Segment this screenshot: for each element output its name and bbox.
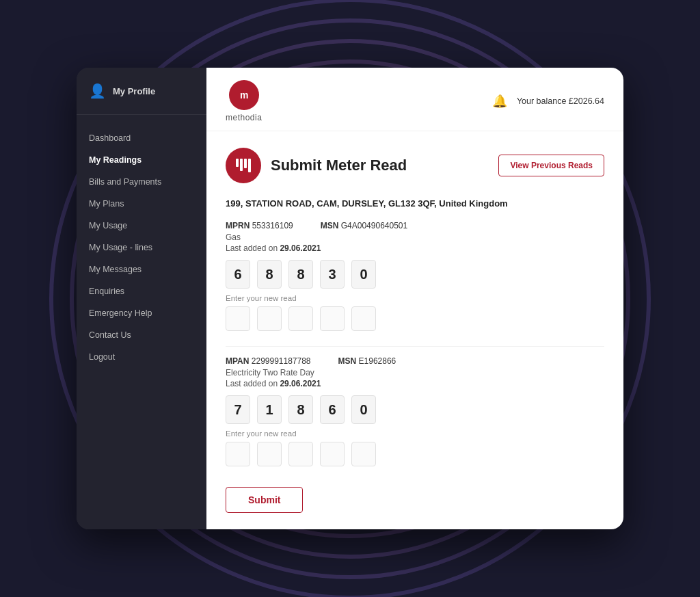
meter-last-added-gas: Last added on 29.06.2021 [226, 243, 604, 253]
meter-divider [226, 346, 604, 347]
input-gas-0[interactable] [226, 306, 250, 331]
main-header: m methodia 🔔 Your balance £2026.64 [206, 68, 623, 131]
bell-icon[interactable]: 🔔 [492, 94, 507, 109]
view-previous-reads-button[interactable]: View Previous Reads [498, 155, 604, 176]
digit-elec-3: 6 [320, 395, 345, 424]
msn-field-electricity: MSN E1962866 [338, 356, 396, 366]
page-title-left: Submit Meter Read [226, 148, 407, 183]
meter-type-electricity: Electricity Two Rate Day [226, 368, 604, 377]
sidebar-item-bills[interactable]: Bills and Payments [77, 171, 206, 193]
main-content: m methodia 🔔 Your balance £2026.64 [206, 68, 623, 529]
sidebar-profile-label: My Profile [113, 86, 155, 96]
input-elec-4[interactable] [351, 442, 376, 466]
sidebar-item-my-plans[interactable]: My Plans [77, 193, 206, 215]
input-elec-1[interactable] [257, 442, 282, 466]
reading-display-electricity: 7 1 8 6 0 [226, 395, 604, 424]
sidebar-profile[interactable]: 👤 My Profile [77, 68, 206, 115]
sidebar-item-my-messages[interactable]: My Messages [77, 258, 206, 280]
input-elec-0[interactable] [226, 442, 250, 466]
logo-text: methodia [226, 113, 262, 122]
sidebar-item-emergency-help[interactable]: Emergency Help [77, 302, 206, 324]
input-gas-2[interactable] [288, 306, 313, 331]
digit-elec-4: 0 [351, 395, 376, 424]
digit-elec-0: 7 [226, 395, 250, 424]
sidebar-item-dashboard[interactable]: Dashboard [77, 127, 206, 149]
sidebar-item-logout[interactable]: Logout [77, 346, 206, 368]
digit-gas-0: 6 [226, 260, 250, 289]
meter-block-electricity: MPAN 2299991187788 MSN E1962866 Electric… [226, 356, 604, 466]
sidebar-nav: Dashboard My Readings Bills and Payments… [77, 115, 206, 368]
sidebar-item-my-readings[interactable]: My Readings [77, 149, 206, 171]
logo-icon: m [229, 80, 259, 110]
mpan-field: MPAN 2299991187788 [226, 356, 311, 366]
address-text: 199, STATION ROAD, CAM, DURSLEY, GL132 3… [226, 198, 604, 209]
sidebar: 👤 My Profile Dashboard My Readings Bills… [77, 68, 206, 529]
input-gas-3[interactable] [320, 306, 345, 331]
sidebar-item-contact-us[interactable]: Contact Us [77, 324, 206, 346]
submit-button[interactable]: Submit [226, 487, 303, 513]
digit-elec-1: 1 [257, 395, 282, 424]
input-elec-2[interactable] [288, 442, 313, 466]
sidebar-item-enquiries[interactable]: Enquiries [77, 280, 206, 302]
page-body: Submit Meter Read View Previous Reads 19… [206, 131, 623, 529]
meter-icon [226, 148, 261, 183]
input-gas-4[interactable] [351, 306, 376, 331]
meter-type-gas: Gas [226, 233, 604, 242]
digit-gas-2: 8 [288, 260, 313, 289]
mprn-field: MPRN 553316109 [226, 221, 293, 230]
sidebar-item-my-usage[interactable]: My Usage [77, 215, 206, 237]
meter-last-added-electricity: Last added on 29.06.2021 [226, 379, 604, 388]
reading-input-row-electricity [226, 442, 604, 466]
device-frame: 👤 My Profile Dashboard My Readings Bills… [77, 68, 623, 529]
meter-info-row-gas: MPRN 553316109 MSN G4A00490640501 [226, 221, 604, 230]
header-right: 🔔 Your balance £2026.64 [492, 94, 604, 109]
balance-text: Your balance £2026.64 [517, 96, 604, 106]
profile-icon: 👤 [89, 83, 106, 99]
input-elec-3[interactable] [320, 442, 345, 466]
input-gas-1[interactable] [257, 306, 282, 331]
enter-read-label-electricity: Enter your new read [226, 429, 604, 438]
logo: m methodia [226, 80, 262, 122]
logo-letter: m [240, 90, 247, 101]
page-title-row: Submit Meter Read View Previous Reads [226, 148, 604, 183]
digit-elec-2: 8 [288, 395, 313, 424]
msn-field-gas: MSN G4A00490640501 [321, 221, 407, 230]
sidebar-item-my-usage-lines[interactable]: My Usage - lines [77, 237, 206, 258]
enter-read-label-gas: Enter your new read [226, 294, 604, 302]
meter-block-gas: MPRN 553316109 MSN G4A00490640501 Gas La… [226, 221, 604, 331]
meter-bars [236, 159, 251, 172]
reading-input-row-gas [226, 306, 604, 331]
digit-gas-1: 8 [257, 260, 282, 289]
digit-gas-3: 3 [320, 260, 345, 289]
reading-display-gas: 6 8 8 3 0 [226, 260, 604, 289]
digit-gas-4: 0 [351, 260, 376, 289]
address-section: 199, STATION ROAD, CAM, DURSLEY, GL132 3… [226, 198, 604, 209]
page-title: Submit Meter Read [271, 157, 407, 174]
meter-info-row-electricity: MPAN 2299991187788 MSN E1962866 [226, 356, 604, 366]
